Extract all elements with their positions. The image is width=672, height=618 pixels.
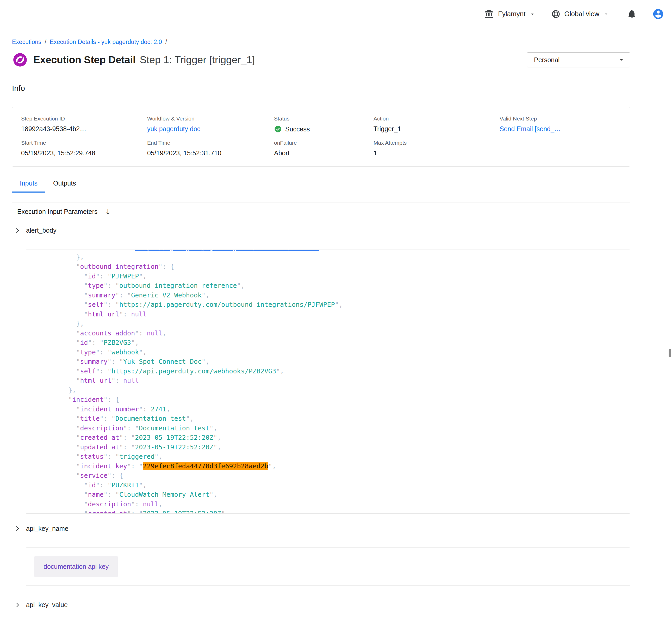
code-line: "name": "CloudWatch-Memory-Alert", (45, 490, 630, 500)
info-field-step-execution-id: Step Execution ID 18992a43-9538-4b2… (21, 115, 147, 133)
code-token: created_at (80, 434, 119, 441)
code-token: ": " (104, 491, 119, 498)
breadcrumb-link-execution-details[interactable]: Execution Details - yuk pagerduty doc: 2… (50, 38, 162, 45)
code-token: ", (201, 291, 209, 299)
chevron-right-icon (14, 525, 21, 532)
info-field-start-time: Start Time 05/19/2023, 15:52:29.748 (21, 140, 147, 157)
code-token: outbound_integration_reference (119, 282, 237, 289)
code-token: ", (209, 424, 217, 432)
info-field-label: Action (373, 115, 500, 122)
code-link[interactable]: https://fylamynt.pagerduty.com/services/… (135, 249, 319, 251)
code-line: }, (45, 319, 630, 329)
info-field-value: 1 (373, 149, 500, 157)
info-field-action: Action Trigger_1 (373, 115, 500, 133)
code-token: , (163, 329, 166, 337)
code-token: , (166, 405, 170, 413)
code-token (45, 329, 76, 337)
code-token (45, 415, 76, 422)
param-label: api_key_name (26, 525, 69, 532)
code-token: accounts_addon (80, 329, 135, 337)
code-token (45, 320, 76, 327)
workflow-link[interactable]: yuk pagerduty doc (147, 125, 200, 132)
code-token: ", (213, 443, 221, 451)
tab-outputs[interactable]: Outputs (45, 177, 84, 192)
code-token (45, 249, 84, 251)
code-token (45, 405, 76, 413)
code-token: outbound_integration (80, 263, 158, 270)
code-line: "id": "PZB2VG3", (45, 338, 630, 348)
info-field-label: Valid Next Step (500, 115, 630, 122)
code-token: ": " (104, 301, 119, 308)
param-label: alert_body (26, 227, 57, 234)
code-token: incident_key (80, 462, 127, 470)
code-token: ", (237, 282, 245, 289)
code-token: incident (72, 396, 103, 403)
code-line: "self": "https://api.pagerduty.com/outbo… (45, 300, 630, 310)
avatar-button[interactable] (652, 8, 664, 20)
code-token: html_url (88, 310, 119, 318)
code-token: " (319, 249, 323, 251)
personal-select[interactable]: Personal (527, 52, 630, 68)
view-switcher[interactable]: Global view (551, 9, 609, 19)
code-token: summary (88, 291, 115, 299)
chevron-down-icon (603, 11, 609, 17)
info-card: Step Execution ID 18992a43-9538-4b2… Wor… (12, 107, 630, 167)
info-field-max-attempts: Max Attempts 1 (373, 140, 500, 157)
code-token (45, 339, 76, 346)
breadcrumb: Executions / Execution Details - yuk pag… (12, 28, 630, 45)
code-token: ", (139, 273, 147, 280)
code-line: "type": "outbound_integration_reference"… (45, 281, 630, 291)
code-token: 2741 (151, 405, 166, 413)
param-row-api-key-name[interactable]: api_key_name (12, 519, 630, 538)
code-token (45, 348, 76, 356)
code-token: updated_at (80, 443, 119, 451)
code-token: " (76, 339, 80, 346)
code-token: incident_number (80, 405, 139, 413)
code-line: "created_at": "2023-05-19T22:52:20Z", (45, 509, 630, 514)
code-token (45, 500, 84, 508)
code-token: }, (76, 253, 84, 261)
code-token: , (159, 500, 163, 508)
code-token: webhook (111, 348, 139, 356)
info-field-value: 05/19/2023, 15:52:31.710 (147, 149, 274, 157)
code-token: Yuk Spot Connect Doc (123, 358, 201, 365)
next-step-link[interactable]: Send Email [send_… (500, 125, 561, 132)
code-token: " (84, 273, 88, 280)
code-token: ": " (104, 282, 119, 289)
page-scrollbar-thumb[interactable] (669, 349, 671, 357)
arrow-down-icon[interactable]: ↓ (105, 207, 111, 216)
code-token: triggered (119, 453, 155, 460)
page-header: Execution Step Detail Step 1: Trigger [t… (12, 52, 630, 68)
code-line: "accounts_addon": null, (45, 329, 630, 338)
code-token: ", (268, 462, 276, 470)
code-block[interactable]: "html_url": "https://fylamynt.pagerduty.… (26, 249, 630, 514)
status-badge: Success (274, 125, 373, 133)
param-row-alert-body[interactable]: alert_body (12, 221, 630, 240)
code-line: "html_url": null (45, 376, 630, 386)
code-token: Generic V2 Webhook (131, 291, 201, 299)
status-text: Success (285, 125, 310, 133)
tab-inputs[interactable]: Inputs (12, 177, 45, 193)
org-switcher[interactable]: Fylamynt (484, 9, 535, 19)
breadcrumb-link-executions[interactable]: Executions (12, 38, 41, 45)
code-token: Documentation test (115, 415, 186, 422)
notifications-button[interactable] (627, 9, 637, 19)
api-key-chip-box: documentation api key (26, 547, 630, 586)
code-token: " (76, 415, 80, 422)
code-token: " (76, 434, 80, 441)
code-token: self (88, 301, 104, 308)
code-token: " (76, 358, 80, 365)
bank-icon (484, 9, 494, 19)
code-token: " (76, 377, 80, 384)
code-token: 2023-05-19T22:52:20Z (143, 510, 221, 514)
info-heading: Info (12, 84, 630, 93)
code-token: ": { (104, 396, 119, 403)
code-token: ", (221, 510, 229, 514)
code-token: PJFWPEP (111, 273, 139, 280)
code-token: }, (68, 386, 76, 394)
code-token: CloudWatch-Memory-Alert (119, 491, 209, 498)
param-row-api-key-value[interactable]: api_key_value (12, 595, 630, 614)
code-token: ": " (88, 339, 104, 346)
code-line: "service": { (45, 471, 630, 481)
code-token: ", (213, 434, 221, 441)
